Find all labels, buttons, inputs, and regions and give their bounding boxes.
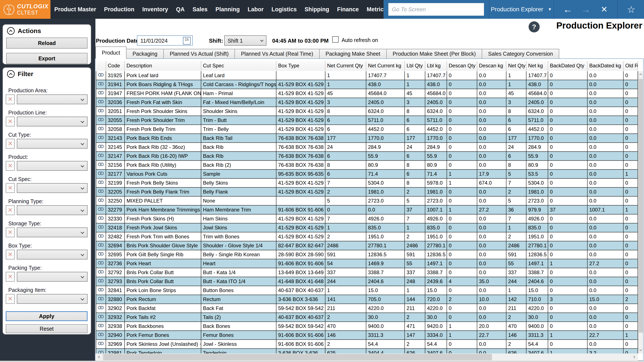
cell-descan-qty[interactable]: 0 xyxy=(447,134,477,143)
cell-backdated-kg[interactable]: 0.0 xyxy=(588,71,624,80)
cell-old-retu[interactable]: 0 xyxy=(624,277,638,286)
cell-code[interactable]: 32793 xyxy=(106,277,125,286)
cell-cut-spec[interactable]: Jowl - Skinless xyxy=(201,340,276,349)
cell-net-kg[interactable]: 1981.0 xyxy=(526,188,548,197)
cell-descan-kg[interactable]: 27.2 xyxy=(477,206,506,215)
cell-code[interactable]: 32940 xyxy=(106,331,125,340)
cell-lbl-qty[interactable]: 1 xyxy=(405,286,425,295)
cell-net-current-kg[interactable]: 45684.0 xyxy=(366,89,405,98)
cell-descan-kg[interactable]: 0.0 xyxy=(477,349,506,353)
cell-description[interactable]: Pork Heart xyxy=(125,259,201,268)
cell-net-current-qty[interactable]: 1 xyxy=(326,80,366,89)
cell-net-current-kg[interactable]: 3311.3 xyxy=(366,331,405,340)
cell-descan-qty[interactable]: 0 xyxy=(447,125,477,134)
row-link-cell[interactable] xyxy=(96,161,106,170)
cell-net-current-kg[interactable]: 3388.7 xyxy=(366,268,405,277)
row-link-cell[interactable] xyxy=(96,313,106,322)
cell-backdated-qty[interactable]: 1 xyxy=(548,331,588,340)
cell-description[interactable]: Bnls Pork Collar Butt xyxy=(125,268,201,277)
cell-descan-kg[interactable]: 674.0 xyxy=(477,179,506,188)
row-link-cell[interactable] xyxy=(96,250,106,259)
cell-lbl-qty[interactable]: 8 xyxy=(405,179,425,188)
row-link-cell[interactable] xyxy=(96,241,106,250)
cell-net-current-kg[interactable]: 1981.0 xyxy=(366,188,405,197)
clear-filter-icon-packaging-item[interactable]: ✕ xyxy=(6,294,15,304)
cell-description[interactable]: MIXED PALLET xyxy=(125,197,201,206)
cell-backdated-kg[interactable]: 0.0 xyxy=(588,250,624,259)
reset-button[interactable]: Reset xyxy=(6,324,88,333)
cell-descan-qty[interactable]: 0 xyxy=(447,232,477,241)
cell-cut-spec[interactable]: Trim with Bones xyxy=(201,232,276,241)
cell-box-type[interactable]: 76-638 BOX 76-638 xyxy=(276,134,326,143)
cell-net-kg[interactable]: 3388.7 xyxy=(526,268,548,277)
cell-old-retu[interactable]: 0 xyxy=(624,152,638,161)
horizontal-scroll-thumb[interactable] xyxy=(103,354,492,360)
cell-backdated-kg[interactable]: 0.0 xyxy=(588,107,624,116)
column-header-net-kg[interactable]: Net kg xyxy=(526,61,548,71)
cell-descan-qty[interactable]: 0 xyxy=(447,89,477,98)
cell-description[interactable]: Fresh Pork Fat with Skin xyxy=(125,98,201,107)
cell-net-kg[interactable]: 4926.0 xyxy=(526,215,548,223)
cell-descan-kg[interactable]: 0.0 xyxy=(477,98,506,107)
filter-dropdown-box-type[interactable] xyxy=(17,250,88,259)
cell-descan-kg[interactable]: 0.0 xyxy=(477,197,506,206)
filter-dropdown-packaging-item[interactable] xyxy=(17,294,88,304)
cell-code[interactable]: 32143 xyxy=(106,134,125,143)
cell-lbl-kg[interactable]: 54.4 xyxy=(425,340,447,349)
row-link-cell[interactable] xyxy=(96,188,106,197)
cell-description[interactable]: Pork Tenderloin xyxy=(125,349,201,353)
cell-net-current-kg[interactable]: 27780.1 xyxy=(366,241,405,250)
cell-net-kg[interactable]: 2404.6 xyxy=(526,277,548,286)
cell-descan-kg[interactable]: 0.0 xyxy=(477,232,506,241)
cell-net-current-kg[interactable]: 80.9 xyxy=(366,161,405,170)
cell-lbl-qty[interactable]: 55 xyxy=(405,259,425,268)
cell-cut-spec[interactable]: Rectum xyxy=(201,295,276,304)
collapse-filter-icon[interactable] xyxy=(7,70,15,78)
cell-old-retu[interactable]: 0 xyxy=(624,223,638,232)
cell-lbl-qty[interactable]: 177 xyxy=(405,134,425,143)
cell-net-current-qty[interactable]: 141 xyxy=(326,295,366,304)
cell-code[interactable]: 32036 xyxy=(106,98,125,107)
cell-backdated-kg[interactable]: 0.0 xyxy=(588,304,624,313)
cell-net-qty[interactable]: 5 xyxy=(506,197,526,206)
help-icon[interactable]: ? xyxy=(528,21,540,32)
cell-lbl-qty[interactable]: 1 xyxy=(405,71,425,80)
cell-net-qty[interactable]: 36 xyxy=(506,206,526,215)
cell-backdated-kg[interactable]: 0.0 xyxy=(588,340,624,349)
clear-filter-icon-cut-type[interactable]: ✕ xyxy=(6,139,15,149)
clear-filter-icon-box-type[interactable]: ✕ xyxy=(6,250,15,259)
cell-lbl-qty[interactable]: 45 xyxy=(405,89,425,98)
cell-descan-kg[interactable]: 0.0 xyxy=(477,215,506,223)
column-header-icon[interactable] xyxy=(96,61,106,71)
cell-descan-qty[interactable]: 0 xyxy=(447,286,477,295)
cell-box-type[interactable]: 76-638 BOX 76-638 xyxy=(276,161,326,170)
cell-cut-spec[interactable]: Belly Skins xyxy=(201,179,276,188)
cell-descan-qty[interactable]: 0 xyxy=(447,250,477,259)
cell-net-qty[interactable]: 6 xyxy=(506,125,526,134)
cell-net-current-qty[interactable]: 2 xyxy=(326,340,366,349)
cell-code[interactable]: 32205 xyxy=(106,188,125,197)
cell-descan-kg[interactable]: 0.0 xyxy=(477,188,506,197)
cell-net-qty[interactable]: 7 xyxy=(506,215,526,223)
cell-backdated-kg[interactable]: 3.2 xyxy=(588,349,624,353)
cell-net-qty[interactable]: 2 xyxy=(506,232,526,241)
cell-net-kg[interactable]: 3407.6 xyxy=(526,349,548,353)
column-header-net-current-kg[interactable]: Net Current kg xyxy=(366,61,405,71)
tab-planned-vs-actual-shift[interactable]: Planned Vs Actual (Shift) xyxy=(164,49,235,58)
cell-net-current-kg[interactable]: 1770.0 xyxy=(366,134,405,143)
export-button[interactable]: Export xyxy=(6,53,88,64)
cell-net-current-qty[interactable]: 6 xyxy=(326,125,366,134)
cell-backdated-kg[interactable]: 0.0 xyxy=(588,161,624,170)
cell-code[interactable]: 32058 xyxy=(106,125,125,134)
cell-code[interactable]: 32969 xyxy=(106,340,125,349)
cell-net-qty[interactable]: 2 xyxy=(506,188,526,197)
cell-net-current-qty[interactable]: 2 xyxy=(326,313,366,322)
collapse-actions-icon[interactable] xyxy=(7,27,15,35)
row-link-cell[interactable] xyxy=(96,322,106,331)
auto-refresh-checkbox[interactable] xyxy=(332,36,338,43)
cell-box-type[interactable] xyxy=(276,197,326,206)
cell-descan-qty[interactable]: 0 xyxy=(447,268,477,277)
cell-description[interactable]: Fresh Pork Belly Flank Trim xyxy=(125,188,201,197)
row-link-cell[interactable] xyxy=(96,259,106,268)
cell-backdated-kg[interactable]: 0.0 xyxy=(588,80,624,89)
